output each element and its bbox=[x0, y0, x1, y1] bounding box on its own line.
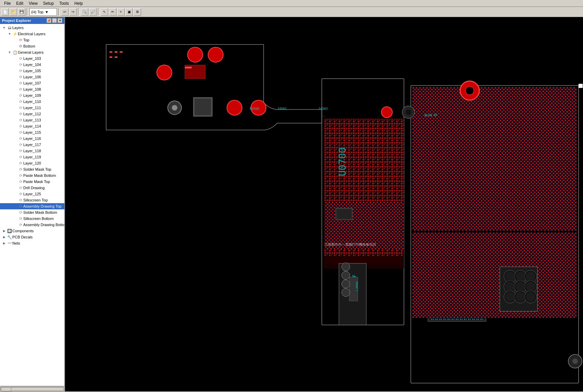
sidebar-pin-button[interactable]: 📌 bbox=[47, 18, 51, 23]
scrollbar-thumb[interactable] bbox=[1, 387, 11, 391]
components-expand-icon[interactable]: ▶ bbox=[1, 228, 7, 234]
sidebar-close-button[interactable]: ✕ bbox=[58, 18, 62, 23]
sidebar-scrollbar[interactable] bbox=[0, 386, 64, 391]
layer-expand-7 bbox=[12, 99, 18, 104]
svg-point-208 bbox=[572, 358, 578, 364]
electrical-layers-group[interactable]: ▼ ⚡ Electrical Layers bbox=[0, 31, 64, 37]
svg-rect-80 bbox=[337, 209, 352, 219]
scrollbar-track[interactable] bbox=[1, 387, 64, 391]
route-button[interactable]: ✏ bbox=[109, 8, 116, 16]
svg-text:WLAN RF: WLAN RF bbox=[424, 114, 438, 117]
menu-help[interactable]: Help bbox=[72, 0, 86, 6]
layer-icon-9: ⟳ bbox=[18, 111, 23, 117]
layer-icon-11: ⟳ bbox=[18, 123, 23, 129]
menu-file[interactable]: File bbox=[1, 0, 13, 6]
dropdown-arrow-icon[interactable]: ▼ bbox=[45, 10, 49, 14]
layer-item-14[interactable]: ⟳ Layer_117 bbox=[0, 142, 64, 148]
layer-item-10[interactable]: ⟳ Layer_113 bbox=[0, 117, 64, 123]
layers-icon: 🗂 bbox=[7, 25, 12, 30]
layer-dropdown[interactable]: (H) Top ▼ bbox=[29, 8, 57, 16]
layer-item-18[interactable]: ⟳ Solder Mask Top bbox=[0, 166, 64, 172]
layer-item-17[interactable]: ⟳ Layer_120 bbox=[0, 160, 64, 166]
layer-expand-15 bbox=[12, 148, 18, 154]
layer-expand-21 bbox=[12, 185, 18, 191]
general-expand-icon[interactable]: ▼ bbox=[7, 50, 12, 55]
view3d-button[interactable]: ▣ bbox=[125, 8, 133, 16]
layer-top[interactable]: ⟳ Top bbox=[0, 37, 64, 43]
save-button[interactable]: 💾 bbox=[18, 8, 25, 16]
sidebar: Project Explorer 📌 _ ✕ ▼ 🗂 Layers ▼ ⚡ El… bbox=[0, 17, 65, 391]
bottom-label: Bottom bbox=[23, 43, 35, 49]
svg-rect-20 bbox=[110, 56, 112, 58]
layer-icon-7: ⟳ bbox=[18, 99, 23, 104]
layer-item-24[interactable]: ⟳ Assembly Drawing Top bbox=[0, 203, 64, 209]
layer-item-1[interactable]: ⟳ Layer_104 bbox=[0, 62, 64, 68]
design-rules-button[interactable]: ⚙ bbox=[134, 8, 141, 16]
canvas-area[interactable]: M260Q J4501 J4503 bbox=[65, 17, 583, 391]
toolbar: 📄 📂 💾 (H) Top ▼ ↩ ↪ 🔍 🔎 ↖ ✏ + ▣ ⚙ bbox=[0, 7, 583, 17]
electrical-expand-icon[interactable]: ▼ bbox=[7, 31, 12, 37]
layer-item-2[interactable]: ⟳ Layer_105 bbox=[0, 68, 64, 74]
layer-expand-26 bbox=[12, 216, 18, 221]
svg-point-4 bbox=[208, 47, 223, 62]
layers-root[interactable]: ▼ 🗂 Layers bbox=[0, 25, 64, 31]
layers-expand-icon[interactable]: ▼ bbox=[1, 25, 7, 30]
layer-item-23[interactable]: ⟳ Silkscreen Top bbox=[0, 197, 64, 203]
add-component-button[interactable]: + bbox=[117, 8, 125, 16]
layer-item-6[interactable]: ⟳ Layer_109 bbox=[0, 92, 64, 99]
pcb-decals-root[interactable]: ▶ 🔧 PCB Decals bbox=[0, 234, 64, 240]
layer-expand-22 bbox=[12, 191, 18, 197]
layer-item-4[interactable]: ⟳ Layer_107 bbox=[0, 80, 64, 86]
layer-item-9[interactable]: ⟳ Layer_112 bbox=[0, 111, 64, 117]
pcb-decals-expand-icon[interactable]: ▶ bbox=[1, 234, 7, 240]
layer-item-26[interactable]: ⟳ Silkscreen Bottom bbox=[0, 215, 64, 222]
layer-item-16[interactable]: ⟳ Layer_119 bbox=[0, 154, 64, 160]
layer-label-14: Layer_117 bbox=[23, 142, 41, 147]
layer-item-27[interactable]: ⟳ Assembly Drawing Botto... bbox=[0, 222, 64, 228]
layer-item-25[interactable]: ⟳ Solder Mask Bottom bbox=[0, 209, 64, 215]
nets-expand-icon[interactable]: ▶ bbox=[1, 240, 7, 246]
select-button[interactable]: ↖ bbox=[101, 8, 108, 16]
layer-item-19[interactable]: ⟳ Paste Mask Bottom bbox=[0, 172, 64, 179]
svg-point-206 bbox=[381, 107, 392, 118]
toolbar-separator-4 bbox=[98, 8, 99, 16]
layer-item-8[interactable]: ⟳ Layer_111 bbox=[0, 105, 64, 111]
layer-icon-19: ⟳ bbox=[18, 173, 23, 178]
nets-icon: 〰 bbox=[7, 240, 12, 246]
pcb-canvas[interactable]: M260Q J4501 J4503 bbox=[65, 17, 583, 391]
layer-bottom[interactable]: ⟳ Bottom bbox=[0, 43, 64, 49]
nets-root[interactable]: ▶ 〰 Nets bbox=[0, 240, 64, 246]
svg-rect-14 bbox=[190, 67, 192, 68]
menu-edit[interactable]: Edit bbox=[13, 0, 26, 6]
menu-view[interactable]: View bbox=[26, 0, 40, 6]
svg-rect-17 bbox=[110, 51, 112, 53]
components-root[interactable]: ▶ 🔲 Components bbox=[0, 228, 64, 234]
layer-item-15[interactable]: ⟳ Layer_118 bbox=[0, 148, 64, 154]
layer-item-7[interactable]: ⟳ Layer_110 bbox=[0, 99, 64, 105]
layer-item-20[interactable]: ⟳ Paste Mask Top bbox=[0, 179, 64, 185]
sidebar-minimize-button[interactable]: _ bbox=[52, 18, 57, 23]
layer-item-21[interactable]: ⟳ Drill Drawing bbox=[0, 185, 64, 191]
svg-rect-11 bbox=[185, 67, 187, 68]
general-layers-group[interactable]: ▼ 📋 General Layers bbox=[0, 49, 64, 55]
layer-item-5[interactable]: ⟳ Layer_108 bbox=[0, 86, 64, 92]
undo-button[interactable]: ↩ bbox=[61, 8, 68, 16]
new-button[interactable]: 📄 bbox=[1, 8, 9, 16]
layer-label-7: Layer_110 bbox=[23, 99, 41, 104]
menu-setup[interactable]: Setup bbox=[40, 0, 56, 6]
zoom-out-button[interactable]: 🔎 bbox=[89, 8, 97, 16]
svg-text:J4501: J4501 bbox=[277, 107, 287, 110]
layer-item-22[interactable]: ⟳ Layer_125 bbox=[0, 191, 64, 197]
menu-tools[interactable]: Tools bbox=[56, 0, 72, 6]
layer-item-0[interactable]: ⟳ Layer_103 bbox=[0, 55, 64, 62]
layer-item-11[interactable]: ⟳ Layer_114 bbox=[0, 123, 64, 129]
open-button[interactable]: 📂 bbox=[10, 8, 17, 16]
layer-item-3[interactable]: ⟳ Layer_106 bbox=[0, 74, 64, 80]
redo-button[interactable]: ↪ bbox=[69, 8, 77, 16]
zoom-in-button[interactable]: 🔍 bbox=[81, 8, 88, 16]
layer-icon-24: ⟳ bbox=[18, 204, 23, 209]
layer-item-12[interactable]: ⟳ Layer_115 bbox=[0, 129, 64, 135]
layer-expand-4 bbox=[12, 80, 18, 86]
layer-item-13[interactable]: ⟳ Layer_116 bbox=[0, 135, 64, 142]
layer-expand-13 bbox=[12, 136, 18, 141]
